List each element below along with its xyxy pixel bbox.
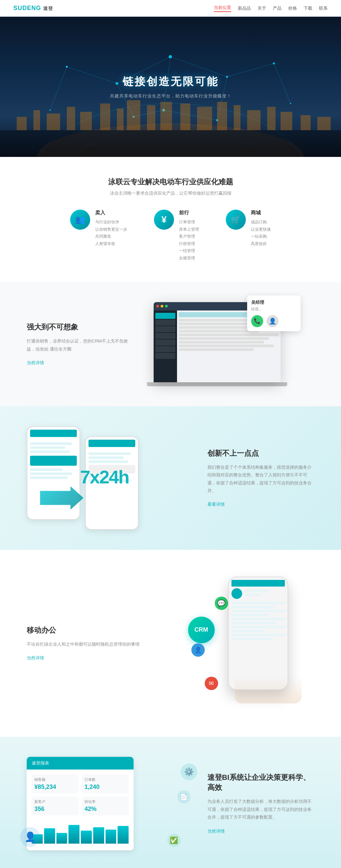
feature-title-2: 商城 [251, 210, 271, 216]
features-title: 泳联云专业解决电动车行业供应化难题 [27, 177, 314, 187]
phone-screen [229, 577, 287, 644]
nav-download[interactable]: 下载 [304, 5, 312, 11]
mobile-left: 移动办公 不论在忙碌企业人和之中和都可以随时随机总管理你的事情 当然详情 [27, 625, 148, 661]
svg-rect-27 [47, 114, 60, 130]
bi-bar-4 [68, 825, 80, 844]
section-247-right: 创新不上一点点 我们整合是了个个体系结构集服务，按您选择的服务介绍和我对应的整合… [208, 448, 314, 508]
logo: SUDENG 速登 [13, 5, 53, 12]
document-icon: 📄 [177, 790, 191, 804]
features-section: 泳联云专业解决电动车行业供应化难题 泳业主消唯一要求合适供应化产品，让它帮你做好… [0, 157, 341, 282]
feature-icon-0: 👥 [70, 210, 90, 230]
bi-link[interactable]: 当然详情 [208, 829, 225, 834]
header: SUDENG 速登 当前位置 新品品 关于 产品 价格 下载 联系 [0, 0, 341, 17]
svg-rect-25 [17, 117, 27, 130]
svg-line-11 [274, 63, 290, 103]
mobile-desc: 不论在忙碌企业人和之中和都可以随时随机总管理你的事情 [27, 640, 148, 648]
logo-sub: 速登 [43, 6, 53, 11]
bi-body: 销售额 ¥85,234 订单数 1,240 新客户 356 转化率 [27, 770, 133, 850]
crm-right: 吴经理 经理... 📞 👤 [154, 302, 314, 386]
features-subtitle: 泳业主消唯一要求合适供应化产品，让它帮你做好运营打赢回报 [27, 190, 314, 196]
bi-right: 速登BI系统让企业决策更科学、高效 为业务人员打造了大数据分析，将大数据的分析功… [208, 773, 314, 834]
feature-item-1: ¥ 前行 订单管理库单上管理客户管理行程管理一结管理合规管理 [154, 210, 199, 262]
svg-rect-37 [217, 102, 227, 130]
phone-topbar [231, 580, 285, 587]
svg-rect-26 [33, 110, 40, 130]
contact-avatar: 👤 [267, 315, 279, 327]
mobile-link[interactable]: 当然详情 [27, 655, 44, 660]
feature-desc-2: 成品订购让业更快速一站采购高质低价 [251, 219, 271, 247]
svg-rect-43 [317, 117, 331, 130]
feature-text-2: 商城 成品订购让业更快速一站采购高质低价 [251, 210, 271, 247]
nav-about[interactable]: 关于 [257, 5, 266, 11]
feature-text-0: 卖入 与行业好伙伴让你销售更近一步共同聚焦人努望丰收 [95, 210, 127, 247]
mobile-section: 移动办公 不论在忙碌企业人和之中和都可以随时随机总管理你的事情 当然详情 CRM… [0, 550, 341, 737]
popup-body: 📞 👤 [251, 315, 297, 327]
bi-bar-3 [57, 833, 67, 844]
svg-rect-36 [197, 107, 212, 130]
feature-text-1: 前行 订单管理库单上管理客户管理行程管理一结管理合规管理 [179, 210, 199, 262]
chat-popup: 吴经理 经理... 📞 👤 [247, 296, 301, 331]
crm-desc: 打通供销售，业界结合认证，您的CRM不上无不负效益，信坐始 通往全方圈 [27, 337, 133, 353]
svg-rect-42 [301, 115, 311, 130]
svg-rect-33 [147, 105, 155, 130]
hero-title: 链接创造无限可能 [123, 74, 219, 89]
user-icon: 👤 [191, 643, 205, 657]
bi-card-conversion: 转化率 42% [82, 797, 129, 815]
popup-sub: 经理... [251, 307, 297, 312]
svg-rect-28 [67, 107, 75, 130]
main-nav: 当前位置 新品品 关于 产品 价格 下载 联系 [214, 5, 328, 12]
check-icon: ✅ [167, 834, 181, 847]
crm-link[interactable]: 当然详情 [27, 360, 44, 365]
svg-point-14 [66, 66, 68, 68]
bi-chart [32, 818, 129, 845]
feature-icon-2: 🛒 [226, 210, 246, 230]
svg-point-15 [116, 82, 118, 85]
bi-bar-2 [44, 828, 55, 844]
feature-item-2: 🛒 商城 成品订购让业更快速一站采购高质低价 [226, 210, 271, 262]
bi-desc: 为业务人员打造了大数据分析，将大数据的分析功用不可遇，依据了合种适适结果，提现了… [208, 798, 314, 821]
bi-bar-7 [105, 830, 117, 844]
section-247-link[interactable]: 看看详情 [208, 502, 225, 507]
msg-icon: ✉ [205, 677, 218, 690]
bi-bar-6 [93, 827, 104, 844]
bi-section: 速登报表 销售额 ¥85,234 订单数 1,240 新客户 356 [0, 737, 341, 868]
bi-bar-5 [81, 831, 92, 844]
nav-features[interactable]: 产品 [273, 5, 282, 11]
svg-rect-30 [100, 103, 110, 130]
call-button[interactable]: 📞 [251, 315, 263, 327]
nav-contact[interactable]: 联系 [319, 5, 328, 11]
svg-line-10 [50, 67, 67, 110]
mobile-right: CRM 💬 👤 ✉ [168, 577, 314, 710]
feature-desc-0: 与行业好伙伴让你销售更近一步共同聚焦人努望丰收 [95, 219, 127, 247]
phone-device [228, 577, 288, 690]
crm-title: 强大到不可想象 [27, 322, 133, 332]
laptop-base [147, 382, 287, 386]
bi-card-customers: 新客户 356 [32, 797, 79, 815]
bi-card-sales: 销售额 ¥85,234 [32, 775, 79, 793]
phone-in-hand [228, 577, 295, 704]
nav-pricing[interactable]: 价格 [288, 5, 297, 11]
bi-left: 速登报表 销售额 ¥85,234 订单数 1,240 新客户 356 [27, 757, 187, 850]
svg-rect-39 [247, 110, 260, 130]
hand-shape [235, 677, 302, 704]
bi-dashboard: 速登报表 销售额 ¥85,234 订单数 1,240 新客户 356 [27, 757, 133, 850]
svg-rect-31 [117, 108, 124, 130]
nav-products[interactable]: 新品品 [238, 5, 251, 11]
svg-rect-32 [127, 100, 140, 130]
svg-line-3 [67, 67, 117, 84]
badge-247: 7x24h [80, 466, 129, 488]
svg-rect-40 [267, 107, 276, 130]
feature-title-1: 前行 [179, 210, 199, 216]
hero-section: 链接创造无限可能 共建共享电动车行业生态平台，助力电动车行业升级蝶变！ [0, 17, 341, 157]
svg-rect-24 [0, 130, 341, 157]
bi-row-2: 新客户 356 转化率 42% [32, 797, 129, 815]
svg-point-22 [50, 110, 51, 111]
popup-name: 吴经理 [251, 300, 297, 306]
svg-point-16 [169, 55, 172, 58]
svg-rect-38 [234, 105, 241, 130]
section-247-title: 创新不上一点点 [208, 448, 314, 458]
crm-left: 强大到不可想象 打通供销售，业界结合认证，您的CRM不上无不负效益，信坐始 通往… [27, 322, 133, 366]
features-grid: 👥 卖入 与行业好伙伴让你销售更近一步共同聚焦人努望丰收 ¥ 前行 订单管理库单… [27, 210, 314, 262]
nav-current[interactable]: 当前位置 [214, 5, 231, 12]
svg-rect-35 [180, 103, 190, 130]
